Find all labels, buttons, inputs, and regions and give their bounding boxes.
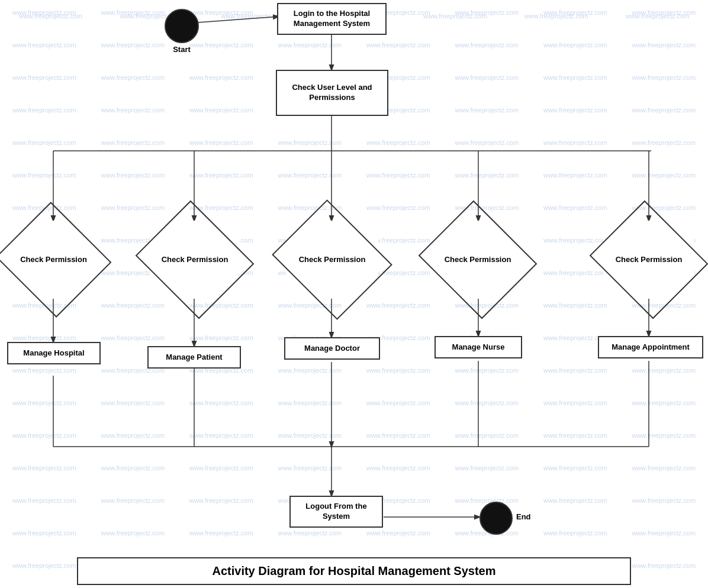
start-label: Start <box>165 45 199 54</box>
diamond-2: Check Permission <box>150 221 240 299</box>
manage-appointment-label: Manage Appointment <box>612 343 690 353</box>
login-box: Login to the Hospital Management System <box>277 3 387 35</box>
manage-patient-box: Manage Patient <box>147 346 241 369</box>
manage-doctor-box: Manage Doctor <box>284 337 380 360</box>
check-user-box: Check User Level and Permissions <box>276 70 388 116</box>
logout-box: Logout From the System <box>289 496 383 528</box>
manage-nurse-label: Manage Nurse <box>452 343 505 353</box>
diagram-title: Activity Diagram for Hospital Management… <box>77 557 631 585</box>
manage-doctor-label: Manage Doctor <box>304 344 360 354</box>
start-circle <box>165 9 199 43</box>
manage-patient-label: Manage Patient <box>166 353 222 363</box>
diamond-4-label: Check Permission <box>442 253 514 267</box>
check-user-label: Check User Level and Permissions <box>279 83 385 103</box>
diamond-4: Check Permission <box>433 221 523 299</box>
diamond-3-label: Check Permission <box>297 253 368 267</box>
diamond-5: Check Permission <box>604 221 694 299</box>
diamond-1: Check Permission <box>11 221 96 299</box>
manage-appointment-box: Manage Appointment <box>598 336 703 358</box>
end-circle <box>479 502 513 535</box>
diamond-1-label: Check Permission <box>18 253 89 267</box>
logout-label: Logout From the System <box>293 502 379 522</box>
diamond-5-label: Check Permission <box>613 253 685 267</box>
diamond-2-label: Check Permission <box>159 253 231 267</box>
manage-hospital-box: Manage Hospital <box>7 342 101 364</box>
diamond-3: Check Permission <box>286 221 378 299</box>
manage-nurse-box: Manage Nurse <box>435 336 522 358</box>
manage-hospital-label: Manage Hospital <box>23 348 84 358</box>
login-label: Login to the Hospital Management System <box>281 9 383 29</box>
end-label: End <box>516 512 531 521</box>
